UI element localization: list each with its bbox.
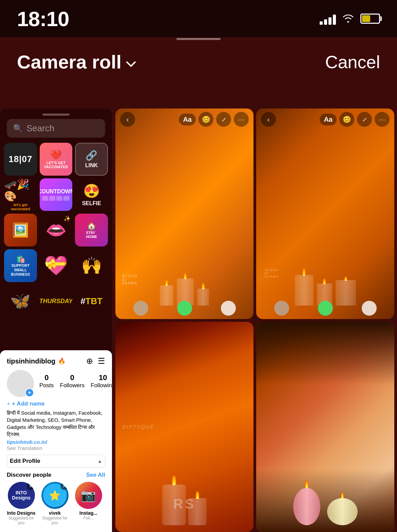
header: Camera roll Cancel xyxy=(0,37,397,83)
sticker-hands[interactable]: 🙌 xyxy=(75,249,108,282)
story-card-1[interactable]: ACQUADIPARMA ‹ Aa 😊 ⤢ xyxy=(115,109,253,319)
sticker-selfie[interactable]: 😍 SELFIE xyxy=(75,178,108,211)
cancel-button[interactable]: Cancel xyxy=(325,52,380,72)
insta-name: Instag... xyxy=(74,510,103,516)
back-button-2[interactable]: ‹ xyxy=(261,112,276,127)
fire-icon: 🔥 xyxy=(58,357,65,365)
suggested-list: ✕ INTODesigns Into Designs Suggested for… xyxy=(7,482,105,525)
more-button-1[interactable]: ··· xyxy=(234,112,249,127)
resize-button-2[interactable]: ⤢ xyxy=(357,112,372,127)
sticker-gallery[interactable]: 🖼️ xyxy=(4,214,37,247)
profile-menu-icon[interactable]: ☰ xyxy=(98,356,105,366)
candle-image-4 xyxy=(256,322,394,532)
edit-profile-label: Edit Profile xyxy=(10,458,40,465)
sticker-grid: 18|07 ❤️ LET'S GETVACCINATED 🔗 LINK 🛹🎉🎨 … xyxy=(0,143,112,317)
wifi-icon xyxy=(342,12,354,26)
toolbar-right-1: Aa 😊 ⤢ ··· xyxy=(179,112,249,127)
candle-scene-3: diptyque RS xyxy=(115,322,253,532)
night-icon: 🦋 xyxy=(10,292,31,311)
see-translation-row: See Translation xyxy=(7,445,105,451)
camera-roll-button[interactable]: Camera roll xyxy=(17,51,136,73)
bottom-btn-white-1[interactable] xyxy=(221,301,236,316)
candle-image-3: diptyque RS xyxy=(115,322,253,532)
sticker-support[interactable]: 🛍️ SUPPORTSMALLBUSINESS xyxy=(4,249,37,282)
suggested-item-into[interactable]: ✕ INTODesigns Into Designs Suggested for… xyxy=(7,482,36,525)
status-time: 18:10 xyxy=(17,7,69,31)
link-icon: 🔗 xyxy=(86,150,97,161)
profile-options-icon[interactable]: ⊕ xyxy=(86,356,93,366)
candle-image-2: ACQUADIPARMA xyxy=(256,109,394,319)
heart-icon: ❤️ xyxy=(50,150,62,161)
avatar-add-button[interactable]: + xyxy=(25,388,34,397)
mask-button-2[interactable]: 😊 xyxy=(339,112,354,127)
sticker-countdown[interactable]: COUNTDOWN xyxy=(40,178,73,211)
edit-profile-button[interactable]: Edit Profile ▲ xyxy=(7,455,105,468)
candle-scene-2: ACQUADIPARMA xyxy=(256,109,394,319)
chevron-up-icon: ▲ xyxy=(97,458,102,464)
candle-2a xyxy=(295,268,314,306)
vivek-icon: ⭐ xyxy=(49,490,61,501)
candles-wrapper-2 xyxy=(256,109,394,319)
followers-stat[interactable]: 0 Followers xyxy=(60,373,85,389)
sticker-link[interactable]: 🔗 LINK xyxy=(75,143,108,176)
profile-username-row: tipsinhindiblog 🔥 xyxy=(7,357,65,365)
body-4a xyxy=(293,488,320,525)
story-card-2[interactable]: ACQUADIPARMA ‹ Aa 😊 ⤢ xyxy=(256,109,394,319)
left-panel: 🔍 Search 18|07 ❤️ LET'S GETVACCINATED 🔗 … xyxy=(0,109,112,532)
bottom-btn-gray-2[interactable] xyxy=(274,301,289,316)
back-button-1[interactable]: ‹ xyxy=(120,112,135,127)
sticker-clock[interactable]: 18|07 xyxy=(4,143,37,176)
more-icon-2: ··· xyxy=(379,116,385,123)
search-icon: 🔍 xyxy=(13,124,23,133)
following-label: Following xyxy=(91,382,112,389)
close-vivek-button[interactable]: ✕ xyxy=(60,482,68,490)
panel-handle xyxy=(42,114,70,116)
story-toolbar-1: ‹ Aa 😊 ⤢ ··· xyxy=(115,112,253,127)
see-translation-btn[interactable]: See Translation xyxy=(7,445,42,451)
status-bar: 18:10 xyxy=(0,0,397,37)
add-name-row[interactable]: + + Add name xyxy=(7,400,105,407)
story-card-4[interactable] xyxy=(256,322,394,532)
signal-bar-3 xyxy=(328,17,332,25)
bottom-btn-gray-1[interactable] xyxy=(133,301,148,316)
followers-label: Followers xyxy=(60,382,85,389)
sticker-night[interactable]: 🦋 xyxy=(4,285,37,318)
brand-label-3: diptyque xyxy=(122,424,155,430)
mask-button-1[interactable]: 😊 xyxy=(198,112,213,127)
text-button-2[interactable]: Aa xyxy=(320,114,337,125)
sticker-lets-get[interactable]: 🛹🎉🎨 let's getvaccinated xyxy=(4,178,37,211)
sticker-vaccinated[interactable]: ❤️ LET'S GETVACCINATED xyxy=(40,143,73,176)
link-text: LINK xyxy=(85,162,98,169)
website-link[interactable]: tipsinhindi.co.in/ xyxy=(7,439,47,445)
resize-button-1[interactable]: ⤢ xyxy=(216,112,231,127)
following-stat[interactable]: 10 Following xyxy=(91,373,112,389)
toolbar-left-1: ‹ xyxy=(120,112,135,127)
vivek-sub: Suggested for you xyxy=(40,516,69,525)
suggested-item-vivek[interactable]: ✕ ⭐ vivek Suggested for you xyxy=(40,482,69,525)
search-bar[interactable]: 🔍 Search xyxy=(7,119,105,138)
bottom-btn-white-2[interactable] xyxy=(362,301,377,316)
text-button-1[interactable]: Aa xyxy=(179,114,196,125)
candle-4a xyxy=(293,480,320,525)
sticker-thursday[interactable]: THURSDAY xyxy=(40,285,73,318)
more-button-2[interactable]: ··· xyxy=(375,112,390,127)
website-row: tipsinhindi.co.in/ xyxy=(7,439,105,445)
support-text: SUPPORTSMALLBUSINESS xyxy=(11,263,30,277)
close-into-button[interactable]: ✕ xyxy=(27,482,34,490)
sticker-mouth[interactable]: 👄 ✨ xyxy=(40,214,73,247)
search-input[interactable]: Search xyxy=(26,123,54,134)
suggested-avatar-vivek: ✕ ⭐ xyxy=(41,482,69,509)
profile-header: + 0 Posts 0 Followers 10 Following xyxy=(7,370,105,397)
countdown-blocks xyxy=(42,196,70,201)
see-all-button[interactable]: See All xyxy=(86,472,105,478)
sticker-stayhome[interactable]: 🏠 STAYHOME xyxy=(75,214,108,247)
gallery-icon: 🖼️ xyxy=(12,222,29,238)
camera-roll-label: Camera roll xyxy=(17,51,121,73)
bottom-btn-green-1[interactable] xyxy=(177,301,192,316)
more-icon: ··· xyxy=(238,116,245,123)
story-card-3[interactable]: diptyque RS xyxy=(115,322,253,532)
bottom-btn-green-2[interactable] xyxy=(318,301,333,316)
suggested-item-insta[interactable]: 📷 Instag... Foll... xyxy=(74,482,103,525)
sticker-heart[interactable]: 💝 xyxy=(40,249,73,282)
sticker-tbt[interactable]: #TBT xyxy=(75,285,108,318)
